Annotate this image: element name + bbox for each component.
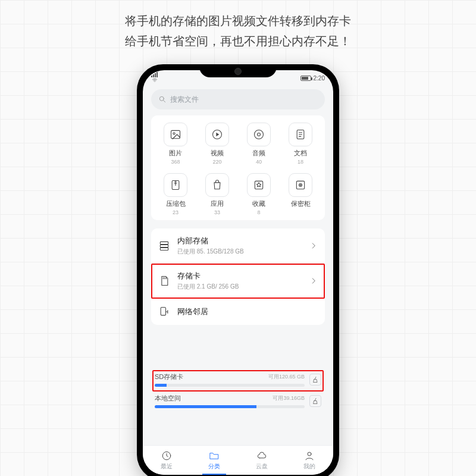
usage-section: SD存储卡 可用120.65 GB 本地空间 可用39.16: [151, 367, 325, 414]
category-label: 视频: [211, 149, 224, 158]
usage-bar: [155, 384, 305, 387]
category-videos[interactable]: 视频 220: [196, 123, 238, 165]
category-label: 应用: [211, 199, 224, 208]
folder-icon: [209, 450, 220, 461]
category-count: 40: [256, 159, 262, 165]
search-input[interactable]: 搜索文件: [151, 89, 325, 109]
svg-point-0: [159, 96, 164, 101]
svg-rect-15: [161, 308, 165, 315]
usage-sd[interactable]: SD存储卡 可用120.65 GB: [152, 370, 324, 392]
svg-point-17: [308, 452, 311, 456]
category-count: 18: [298, 159, 303, 165]
status-right: 2:20: [300, 75, 325, 82]
svg-point-4: [255, 130, 264, 139]
spacer: [143, 325, 333, 367]
caption-line-1: 将手机的存储的图片视频文件转移到内存卡: [0, 11, 476, 31]
storage-subtitle: 已使用 85. 15GB/128 GB: [177, 248, 302, 256]
phone-frame: 2:20 搜索文件 图片 368 视频 220 音频 40: [137, 64, 339, 476]
broom-icon: [312, 376, 319, 383]
wifi-icon: [151, 77, 158, 83]
nav-category[interactable]: 分类: [190, 446, 238, 475]
usage-fill: [155, 405, 256, 408]
category-label: 压缩包: [166, 199, 186, 208]
svg-point-5: [258, 133, 261, 136]
app-icon: [211, 179, 223, 191]
category-label: 文档: [294, 149, 307, 158]
status-left: [151, 72, 158, 84]
broom-icon: [312, 397, 319, 405]
bottom-nav: 最近 分类 云盘 我的: [143, 445, 333, 475]
storage-list: 内部存储 已使用 85. 15GB/128 GB 存储卡 已使用 2.1 GB/…: [151, 228, 325, 325]
chevron-right-icon: [309, 277, 318, 285]
category-count: 23: [173, 209, 178, 215]
usage-fill: [155, 384, 167, 387]
category-label: 收藏: [252, 199, 265, 208]
storage-sdcard[interactable]: 存储卡 已使用 2.1 GB/ 256 GB: [151, 264, 325, 299]
nav-cloud[interactable]: 云盘: [238, 446, 286, 475]
category-label: 保密柜: [291, 199, 311, 208]
usage-name: SD存储卡: [155, 372, 183, 381]
category-label: 音频: [252, 149, 265, 158]
person-icon: [304, 450, 315, 461]
svg-rect-13: [160, 245, 168, 247]
category-count: 368: [171, 159, 180, 165]
document-icon: [295, 129, 306, 140]
usage-bar: [155, 405, 305, 408]
nav-label: 分类: [208, 462, 220, 471]
category-docs[interactable]: 文档 18: [280, 123, 321, 165]
search-placeholder: 搜索文件: [170, 95, 199, 105]
safe-icon: [295, 179, 306, 191]
image-icon: [170, 129, 181, 140]
promo-caption: 将手机的存储的图片视频文件转移到内存卡 给手机节省空间，再也不用担心内存不足！: [0, 11, 476, 51]
category-favorites[interactable]: 收藏 8: [238, 173, 280, 215]
category-count: 220: [212, 159, 221, 165]
usage-name: 本地空间: [155, 394, 181, 403]
nav-label: 最近: [161, 462, 173, 471]
svg-rect-1: [171, 130, 180, 138]
audio-icon: [253, 129, 265, 140]
storage-subtitle: 已使用 2.1 GB/ 256 GB: [177, 283, 302, 291]
clean-button[interactable]: [309, 374, 321, 386]
battery-icon: [300, 76, 311, 81]
svg-point-11: [300, 184, 301, 186]
storage-network[interactable]: 网络邻居: [151, 299, 325, 325]
nav-mine[interactable]: 我的: [286, 446, 333, 475]
category-images[interactable]: 图片 368: [155, 123, 196, 165]
phone-notch: [199, 64, 277, 77]
nav-recent[interactable]: 最近: [143, 446, 190, 475]
phone-screen: 2:20 搜索文件 图片 368 视频 220 音频 40: [143, 70, 333, 475]
usage-local[interactable]: 本地空间 可用39.16GB: [152, 392, 324, 413]
video-icon: [211, 129, 223, 140]
svg-rect-12: [160, 242, 168, 244]
search-icon: [158, 95, 167, 104]
category-audio[interactable]: 音频 40: [238, 123, 280, 165]
nav-label: 我的: [303, 462, 315, 471]
svg-rect-9: [296, 181, 304, 189]
network-icon: [158, 306, 170, 318]
storage-title: 内部存储: [177, 236, 302, 246]
storage-internal[interactable]: 内部存储 已使用 85. 15GB/128 GB: [151, 228, 325, 264]
svg-point-10: [299, 184, 302, 187]
svg-point-2: [173, 133, 175, 134]
category-count: 33: [214, 209, 220, 215]
clean-button[interactable]: [309, 395, 321, 407]
svg-rect-14: [160, 248, 168, 250]
internal-storage-icon: [158, 240, 170, 252]
usage-available: 可用120.65 GB: [268, 373, 305, 381]
sd-card-icon: [158, 275, 170, 287]
status-time: 2:20: [314, 75, 325, 82]
category-safe[interactable]: 保密柜: [280, 173, 321, 215]
caption-line-2: 给手机节省空间，再也不用担心内存不足！: [0, 31, 476, 51]
category-label: 图片: [169, 149, 182, 158]
star-icon: [253, 179, 265, 191]
category-grid: 图片 368 视频 220 音频 40 文档 18 压缩包 23: [151, 115, 325, 220]
nav-label: 云盘: [256, 462, 268, 471]
category-count: 8: [257, 209, 260, 215]
category-archives[interactable]: 压缩包 23: [155, 173, 196, 215]
clock-icon: [161, 450, 172, 461]
signal-icon: [151, 72, 158, 77]
cloud-icon: [256, 450, 267, 461]
storage-title: 存储卡: [177, 271, 302, 281]
usage-available: 可用39.16GB: [273, 394, 305, 402]
category-apps[interactable]: 应用 33: [196, 173, 238, 215]
